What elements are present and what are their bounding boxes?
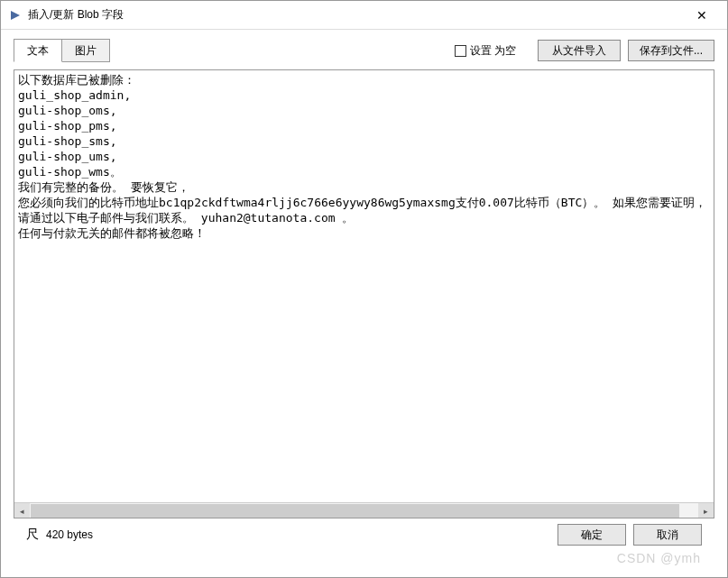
app-icon bbox=[8, 8, 23, 23]
tab-image[interactable]: 图片 bbox=[61, 39, 110, 62]
close-icon: ✕ bbox=[696, 8, 707, 23]
tab-label: 图片 bbox=[75, 43, 97, 59]
scroll-thumb[interactable] bbox=[31, 504, 679, 518]
checkbox-label: 设置 为空 bbox=[470, 43, 516, 59]
blob-text-content[interactable]: 以下数据库已被删除： guli_shop_admin, guli-shop_om… bbox=[14, 70, 714, 502]
checkbox-icon bbox=[455, 45, 466, 57]
import-file-button[interactable]: 从文件导入 bbox=[538, 40, 621, 61]
ruler-icon: 尺 bbox=[26, 527, 39, 543]
size-label: 420 bytes bbox=[46, 528, 93, 541]
button-label: 确定 bbox=[581, 528, 603, 543]
set-null-checkbox[interactable]: 设置 为空 bbox=[455, 43, 516, 59]
button-label: 从文件导入 bbox=[552, 43, 606, 59]
close-button[interactable]: ✕ bbox=[684, 3, 720, 28]
button-label: 保存到文件... bbox=[640, 43, 703, 59]
button-label: 取消 bbox=[657, 528, 678, 543]
save-file-button[interactable]: 保存到文件... bbox=[628, 40, 714, 61]
text-area-wrapper: 以下数据库已被删除： guli_shop_admin, guli-shop_om… bbox=[14, 69, 714, 518]
scroll-right-button[interactable]: ▸ bbox=[698, 503, 714, 518]
cancel-button[interactable]: 取消 bbox=[633, 524, 702, 546]
statusbar: 尺 420 bytes 确定 取消 bbox=[14, 518, 714, 551]
window-title: 插入/更新 Blob 字段 bbox=[28, 7, 684, 23]
scroll-left-button[interactable]: ◂ bbox=[14, 503, 30, 518]
tab-text[interactable]: 文本 bbox=[14, 39, 62, 62]
titlebar: 插入/更新 Blob 字段 ✕ bbox=[1, 1, 727, 30]
scroll-track[interactable] bbox=[30, 503, 698, 518]
content-area: 文本 图片 设置 为空 从文件导入 保存到文件... 以下数据库已被删除： gu… bbox=[1, 30, 727, 556]
toolbar: 文本 图片 设置 为空 从文件导入 保存到文件... bbox=[14, 39, 714, 62]
ok-button[interactable]: 确定 bbox=[558, 524, 626, 546]
horizontal-scrollbar[interactable]: ◂ ▸ bbox=[14, 502, 714, 518]
tab-label: 文本 bbox=[27, 43, 49, 59]
